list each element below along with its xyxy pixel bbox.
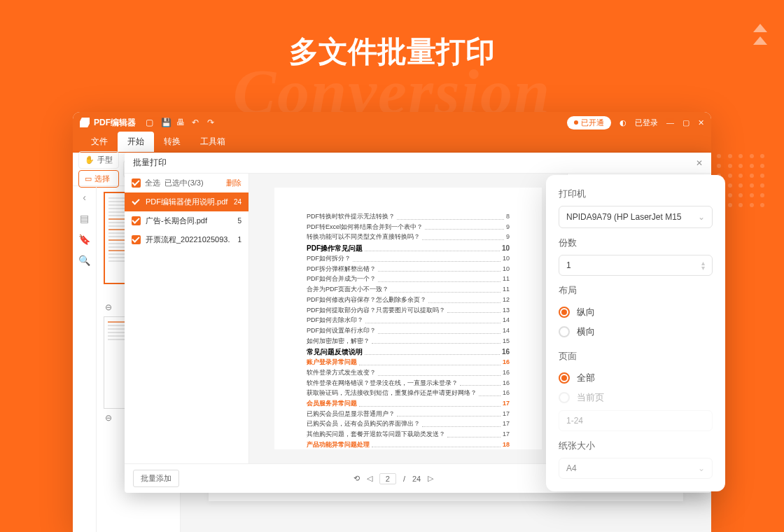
menutab-convert[interactable]: 转换 — [154, 132, 190, 152]
app-logo: PDF编辑器 — [80, 117, 136, 129]
file-item[interactable]: 开票流程_20221025093.1 — [125, 230, 248, 249]
card-layout-label: 布局 — [559, 284, 713, 297]
menutab-start[interactable]: 开始 — [118, 132, 154, 152]
toc-row: 账户登录异常问题16 — [307, 358, 510, 367]
page-current[interactable]: 2 — [379, 473, 396, 484]
dialog-close-icon[interactable]: ✕ — [696, 158, 703, 168]
toc-row: 合并为PDF页面大小不一致？11 — [307, 286, 510, 294]
card-copies-label: 份数 — [559, 237, 713, 249]
card-page-all[interactable]: 全部 — [559, 368, 713, 388]
bookmark-icon[interactable]: 🔖 — [78, 234, 90, 245]
card-landscape[interactable]: 横向 — [559, 322, 713, 342]
select-all-checkbox[interactable] — [132, 178, 141, 188]
select-tool[interactable]: ▭ 选择 — [78, 170, 119, 188]
file-item[interactable]: 广告-长期合同.pdf5 — [125, 211, 248, 230]
toc-row: 转换功能可以不同类型文件直接转换吗？9 — [307, 233, 510, 241]
card-printer-label: 打印机 — [559, 188, 713, 200]
toc-row: 软件登录方式发生改变？16 — [307, 369, 510, 377]
page-total: 24 — [412, 475, 421, 483]
thumb-remove-2[interactable]: ⊖ — [105, 413, 112, 423]
toc-row: 常见问题反馈说明16 — [307, 347, 510, 356]
toc-row: PDF如何拆分？10 — [307, 255, 510, 263]
toc-row: PDF转换时软件提示无法转换？8 — [307, 213, 510, 221]
toc-row: 会员服务异常问题17 — [307, 400, 510, 408]
card-page-current[interactable]: 当前页 — [559, 388, 713, 407]
card-paper-label: 纸张大小 — [559, 440, 713, 452]
preview-panel: PDF转换时软件提示无法转换？8PDF转Excel如何将结果合并到一个表中？9转… — [249, 174, 567, 463]
toc-row: PDF如何设置单行水印？14 — [307, 327, 510, 335]
left-rail: ‹ ▤ 🔖 🔍 — [73, 186, 97, 532]
toc-row: PDF如何合并成为一个？11 — [307, 275, 510, 284]
toc-row: 获取验证码，无法接收到短信，重复操作还是申请更好网络？16 — [307, 389, 510, 398]
thumbnail-icon[interactable]: ▤ — [80, 213, 89, 224]
undo-icon[interactable]: ↶ — [192, 118, 202, 127]
menutab-file[interactable]: 文件 — [81, 132, 118, 152]
redo-icon[interactable]: ↷ — [207, 118, 217, 127]
toc-row: 软件登录在网络错误？登录没在线，一直显示未登录？16 — [307, 379, 510, 388]
save-icon[interactable]: 💾 — [161, 118, 171, 127]
thumb-remove[interactable]: ⊖ — [105, 302, 112, 312]
nav-back[interactable]: ‹ — [83, 192, 86, 203]
select-all-label: 全选 — [145, 178, 160, 188]
dialog-title: 批量打印 — [133, 157, 167, 169]
toc-row: PDF如何提取部分内容？只需要图片可以提取吗？13 — [307, 307, 510, 315]
toc-row: PDF转Excel如何将结果合并到一个表中？9 — [307, 223, 510, 232]
toc-row: 已购买会员，还有会员购买的界面弹出？17 — [307, 420, 510, 428]
search-rail-icon[interactable]: 🔍 — [78, 255, 90, 266]
login-label[interactable]: 已登录 — [635, 118, 658, 128]
page-prev-icon[interactable]: ◁ — [367, 474, 372, 483]
page-title: 多文件批量打印 — [0, 0, 784, 71]
file-list-panel: 全选 已选中(3/3) 删除 PDF编辑器使用说明.pdf24广告-长期合同.p… — [125, 174, 249, 463]
user-icon[interactable]: ◐ — [620, 118, 626, 127]
deco-triangles — [753, 24, 767, 49]
toc-row: 如何加密加密，解密？15 — [307, 337, 510, 346]
toc-row: 产品功能异常问题处理18 — [307, 441, 510, 449]
toc-row: 其他购买问题，套餐开退款等问题下载助类发送？17 — [307, 430, 510, 439]
menubar: 文件 开始 转换 工具箱 — [73, 133, 711, 153]
card-paper-select[interactable]: A4⌄ — [559, 458, 713, 479]
card-page-label: 页面 — [559, 350, 713, 363]
toc-row: PDF操作常见问题10 — [307, 244, 510, 253]
chevron-down-icon: ⌄ — [698, 212, 705, 222]
toc-row: PDF如何去除水印？14 — [307, 316, 510, 325]
hand-tool[interactable]: ✋ 手型 — [78, 151, 119, 169]
open-icon[interactable]: ▢ — [146, 118, 155, 127]
maximize-icon[interactable]: ▢ — [682, 118, 690, 127]
delete-link[interactable]: 删除 — [226, 178, 241, 188]
titlebar: PDF编辑器 ▢ 💾 🖶 ↶ ↷ 已开通 ◐ 已登录 — ▢ ✕ — [73, 112, 711, 133]
minimize-icon[interactable]: — — [666, 118, 674, 127]
vip-pill[interactable]: 已开通 — [567, 116, 611, 130]
print-icon[interactable]: 🖶 — [176, 118, 186, 127]
logo-icon — [80, 118, 90, 127]
card-copies-stepper[interactable]: 1▴▾ — [559, 255, 713, 276]
titlebar-tool-icons[interactable]: ▢ 💾 🖶 ↶ ↷ — [146, 118, 217, 127]
page-first-icon[interactable]: ⟲ — [354, 474, 360, 483]
batch-add-button[interactable]: 批量添加 — [133, 470, 179, 487]
print-settings-card: 打印机 NPIDA9A79 (HP LaserJet M15⌄ 份数 1▴▾ 布… — [546, 175, 725, 491]
selected-count: 已选中(3/3) — [164, 178, 204, 188]
toc-row: PDF拆分弹框解整出错？10 — [307, 265, 510, 274]
print-preview-page: PDF转换时软件提示无法转换？8PDF转Excel如何将结果合并到一个表中？9转… — [274, 188, 542, 449]
app-name: PDF编辑器 — [94, 117, 136, 129]
toc-row: 已购买会员但是显示普通用户？17 — [307, 410, 510, 419]
file-item[interactable]: PDF编辑器使用说明.pdf24 — [125, 192, 248, 211]
card-printer-select[interactable]: NPIDA9A79 (HP LaserJet M15⌄ — [559, 206, 713, 228]
pager: ⟲ ◁ 2 / 24 ▷ — [179, 473, 608, 484]
card-portrait[interactable]: 纵向 — [559, 302, 713, 322]
card-page-range-input[interactable]: 1-24 — [559, 410, 713, 431]
toc-row: PDF如何修改内容保存？怎么删除多余页？12 — [307, 296, 510, 304]
menutab-toolbox[interactable]: 工具箱 — [190, 132, 235, 152]
close-window-icon[interactable]: ✕ — [698, 118, 704, 127]
page-next-icon[interactable]: ▷ — [428, 474, 433, 483]
